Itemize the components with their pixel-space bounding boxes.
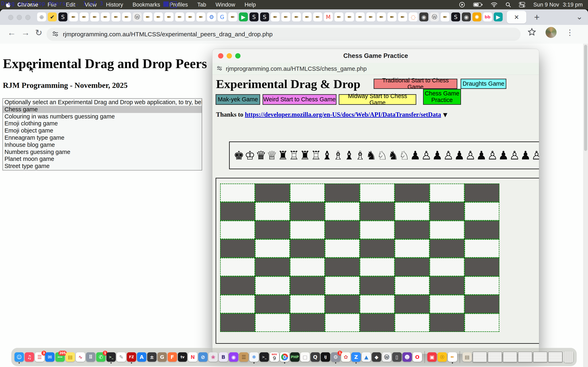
dock-icon-no-entry[interactable]: ⊘ bbox=[198, 352, 208, 362]
dock-icon-app-store[interactable]: A bbox=[137, 352, 146, 362]
dock-icon-music[interactable]: ♫ bbox=[25, 352, 34, 362]
chess-piece-3[interactable]: ♕ bbox=[267, 150, 277, 161]
dock-icon-settings[interactable]: ⚙1 bbox=[331, 352, 340, 362]
board-cell-r3c2[interactable] bbox=[290, 239, 325, 258]
chess-piece-18[interactable]: ♟ bbox=[432, 150, 443, 161]
dock-icon-chrome[interactable] bbox=[280, 352, 289, 362]
dock-icon-zoom[interactable]: Z bbox=[351, 352, 361, 362]
pinned-tab-dots-35[interactable]: ◌ bbox=[409, 12, 418, 21]
pinned-tab-quill-34[interactable]: ✒ bbox=[398, 12, 407, 21]
minimized-window-46[interactable] bbox=[473, 352, 487, 362]
dock-icon-code-editor[interactable]: PHP bbox=[290, 352, 300, 362]
pinned-tab-quill-24[interactable]: ✒ bbox=[292, 12, 301, 21]
trash[interactable] bbox=[563, 351, 573, 363]
spotlight-icon[interactable] bbox=[506, 2, 511, 7]
dock-icon-gimp[interactable]: G bbox=[157, 352, 167, 362]
new-tab-button[interactable]: + bbox=[534, 11, 540, 23]
chess-piece-19[interactable]: ♙ bbox=[443, 150, 454, 161]
dock-icon-podcasts[interactable]: ◉ bbox=[229, 352, 238, 362]
board-cell-r5c7[interactable] bbox=[465, 276, 499, 295]
board-cell-r5c4[interactable] bbox=[360, 276, 395, 295]
board-cell-r7c6[interactable] bbox=[430, 313, 465, 332]
menu-item-help[interactable]: Help bbox=[240, 0, 261, 9]
menu-item-profiles[interactable]: Profiles bbox=[165, 0, 192, 9]
board-cell-r5c2[interactable] bbox=[290, 276, 325, 295]
dock-icon-notes[interactable]: ▤ bbox=[66, 352, 75, 362]
board-cell-r1c7[interactable] bbox=[465, 202, 499, 221]
dock-icon-mail[interactable]: ✉ bbox=[45, 352, 54, 362]
pinned-tab-quill-33[interactable]: ✒ bbox=[388, 12, 397, 21]
dock-icon-pages[interactable]: ✒ bbox=[448, 352, 457, 362]
board-cell-r5c1[interactable] bbox=[255, 276, 290, 295]
forward-button[interactable]: → bbox=[21, 28, 30, 38]
board-cell-r0c0[interactable] bbox=[220, 184, 255, 202]
board-cell-r3c6[interactable] bbox=[430, 239, 465, 258]
listbox-header-option[interactable]: Optionally select an Experimental Drag a… bbox=[3, 99, 202, 106]
board-cell-r6c6[interactable] bbox=[430, 295, 465, 313]
chess-piece-27[interactable]: ♙ bbox=[531, 150, 539, 161]
minimized-window-48[interactable] bbox=[503, 352, 517, 362]
pinned-tab-sbs-41[interactable]: ✺ bbox=[472, 12, 481, 21]
page-scrollbar-thumb[interactable] bbox=[584, 45, 587, 151]
board-cell-r0c6[interactable] bbox=[430, 184, 465, 202]
chess-piece-1[interactable]: ♔ bbox=[244, 150, 255, 161]
pinned-tab-compass-0[interactable]: ⊕ bbox=[37, 12, 46, 21]
dock-icon-apple-tv[interactable]: tv bbox=[178, 352, 187, 362]
board-cell-r6c3[interactable] bbox=[325, 295, 360, 313]
pinned-tab-britbox-42[interactable]: bb bbox=[483, 12, 492, 21]
popup-address-bar[interactable]: rjmprogramming.com.au/HTMLCSS/chess_game… bbox=[212, 63, 539, 75]
board-cell-r6c4[interactable] bbox=[360, 295, 395, 313]
listbox-option-emoji-object-game[interactable]: Emoji object game bbox=[3, 127, 202, 134]
chess-piece-21[interactable]: ♙ bbox=[465, 150, 476, 161]
pinned-tab-quill-13[interactable]: ✒ bbox=[175, 12, 184, 21]
dock-icon-quicktime[interactable]: Q bbox=[311, 352, 320, 362]
page-scrollbar[interactable] bbox=[583, 44, 588, 367]
pinned-tab-check-1[interactable]: ✔ bbox=[48, 12, 57, 21]
dock-icon-downloads-folder[interactable]: ▤ bbox=[462, 352, 472, 362]
dock-icon-terminal[interactable]: >_ bbox=[106, 352, 116, 362]
listbox-option-inhouse-blog-game[interactable]: Inhouse blog game bbox=[3, 141, 202, 149]
board-cell-r7c4[interactable] bbox=[360, 313, 395, 332]
chess-piece-20[interactable]: ♟ bbox=[454, 150, 465, 161]
draughts-game-button[interactable]: Draughts Game bbox=[461, 79, 506, 89]
board-cell-r0c5[interactable] bbox=[395, 184, 430, 202]
board-cell-r7c1[interactable] bbox=[255, 313, 290, 332]
chess-piece-5[interactable]: ♖ bbox=[288, 150, 300, 161]
chess-piece-17[interactable]: ♙ bbox=[421, 150, 432, 161]
pinned-tab-k-green-19[interactable]: ▶ bbox=[239, 12, 248, 21]
chess-piece-22[interactable]: ♟ bbox=[476, 150, 487, 161]
board-cell-r6c2[interactable] bbox=[290, 295, 325, 313]
pinned-tab-teal-play-43[interactable]: ▶ bbox=[494, 12, 503, 21]
popup-close-button[interactable] bbox=[218, 53, 223, 58]
pinned-tab-gear-16[interactable]: ⚙ bbox=[207, 12, 216, 21]
dock-icon-reminders[interactable]: ☰3 bbox=[35, 352, 44, 362]
dock-icon-lightbulb-app[interactable]: ☉ bbox=[438, 352, 447, 362]
pinned-tab-quill-5[interactable]: ✒ bbox=[90, 12, 99, 21]
dock-icon-launchpad[interactable]: ⠿ bbox=[86, 352, 95, 362]
board-cell-r0c4[interactable] bbox=[360, 184, 395, 202]
chess-piece-23[interactable]: ♙ bbox=[487, 150, 498, 161]
menu-item-tab[interactable]: Tab bbox=[192, 0, 211, 9]
menu-item-bookmarks[interactable]: Bookmarks bbox=[128, 0, 165, 9]
board-cell-r1c0[interactable] bbox=[220, 202, 255, 221]
dock-icon-document[interactable]: ▢ bbox=[300, 352, 310, 362]
dock-icon-firefox[interactable]: F bbox=[168, 352, 177, 362]
url-text[interactable]: rjmprogramming.com.au/HTMLCSS/experiment… bbox=[63, 31, 273, 38]
app-select-listbox[interactable]: Optionally select an Experimental Drag a… bbox=[2, 98, 202, 170]
tab-search-chevron-icon[interactable]: ⌄ bbox=[576, 11, 583, 22]
board-cell-r4c5[interactable] bbox=[395, 258, 430, 276]
dropdown-arrow-icon[interactable]: ▼ bbox=[443, 111, 447, 118]
pinned-tab-quill-22[interactable]: ✒ bbox=[271, 12, 280, 21]
battery-icon[interactable] bbox=[473, 2, 483, 7]
dock-icon-news[interactable]: N bbox=[188, 352, 198, 362]
dock-icon-pet-app[interactable]: ☻ bbox=[402, 352, 412, 362]
board-cell-r5c5[interactable] bbox=[395, 276, 430, 295]
board-cell-r4c3[interactable] bbox=[325, 258, 360, 276]
back-button[interactable]: ← bbox=[7, 28, 16, 38]
menu-item-history[interactable]: History bbox=[101, 0, 128, 9]
dock-icon-opera[interactable]: O bbox=[413, 352, 422, 362]
board-cell-r7c2[interactable] bbox=[290, 313, 325, 332]
board-cell-r2c5[interactable] bbox=[395, 221, 430, 239]
pinned-tab-quill-6[interactable]: ✒ bbox=[101, 12, 110, 21]
board-cell-r7c5[interactable] bbox=[395, 313, 430, 332]
